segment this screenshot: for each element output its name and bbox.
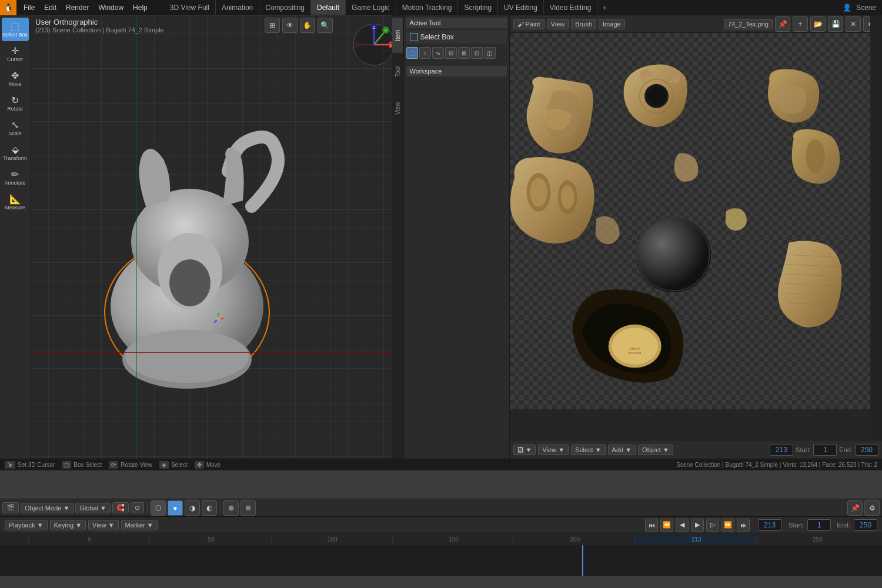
tab-motion-tracking[interactable]: Motion Tracking xyxy=(396,0,459,15)
step-back-btn[interactable]: ◀ xyxy=(676,519,689,532)
status-bar: 🖱 Set 3D Cursor ◻ Box Select ⟳ Rotate Vi… xyxy=(0,459,882,470)
uv-object-mode-btn[interactable]: 🖼 ▼ xyxy=(513,445,536,455)
uv-pin-icon[interactable]: 📌 xyxy=(847,500,863,516)
shading-wireframe[interactable]: ⬡ xyxy=(151,500,166,516)
side-tab-tool[interactable]: Tool xyxy=(392,54,403,89)
menu-edit[interactable]: Edit xyxy=(39,0,61,15)
uv-brush-btn[interactable]: Brush xyxy=(571,19,596,29)
ruler-50: 50 xyxy=(149,536,270,543)
menu-help[interactable]: Help xyxy=(128,0,152,15)
tab-uv-editing[interactable]: UV Editing xyxy=(498,0,544,15)
select-mode-extra3[interactable]: ⊡ xyxy=(471,47,483,59)
uv-frame-number[interactable]: 213 xyxy=(770,444,793,456)
svg-point-11 xyxy=(353,42,359,48)
tool-transform[interactable]: ⬙ Transform xyxy=(2,141,29,165)
uv-select-btn[interactable]: Select ▼ xyxy=(571,445,606,455)
uv-frame-controls: 213 Start: 1 End: 250 xyxy=(770,444,878,456)
uv-add-btn[interactable]: Add ▼ xyxy=(608,445,636,455)
menu-file[interactable]: File xyxy=(19,0,39,15)
select-mode-lasso[interactable]: ∿ xyxy=(432,47,444,59)
shading-rendered[interactable]: ◐ xyxy=(202,500,217,516)
side-tab-item[interactable]: Item xyxy=(392,18,403,53)
uv-content-area[interactable]: 1914-19 BUGATTI xyxy=(510,33,871,440)
tab-game-logic[interactable]: Game Logic xyxy=(346,0,396,15)
select-mode-extra1[interactable]: ⊟ xyxy=(445,47,457,59)
current-frame-display[interactable]: 213 xyxy=(758,519,781,531)
snapping-btn[interactable]: 🧲 xyxy=(112,502,129,513)
tool-measure[interactable]: 📐 Measure xyxy=(2,191,29,214)
viewport-icon-btn[interactable]: 🎬 xyxy=(2,502,19,513)
nav-search-btn[interactable]: 🔍 xyxy=(318,18,333,33)
tab-default[interactable]: Default xyxy=(311,0,346,15)
tool-cursor[interactable]: ✛ Cursor xyxy=(2,42,29,66)
tool-move[interactable]: ✥ Move xyxy=(2,67,29,91)
rotate-view-label: Rotate View xyxy=(121,462,152,468)
tab-video-editing[interactable]: Video Editing xyxy=(544,0,598,15)
uv-image-btn[interactable]: Image xyxy=(599,19,625,29)
uv-close-btn[interactable]: ✕ xyxy=(846,16,861,32)
jump-end-btn[interactable]: ⏭ xyxy=(737,519,750,532)
uv-settings-icon[interactable]: ⚙ xyxy=(864,500,880,516)
step-fwd-btn[interactable]: ▷ xyxy=(706,519,719,532)
select-mode-circle[interactable]: ○ xyxy=(419,47,431,59)
next-keyframe-btn[interactable]: ⏩ xyxy=(721,519,734,532)
proportional-btn[interactable]: ⊙ xyxy=(131,502,144,513)
prev-keyframe-btn[interactable]: ⏪ xyxy=(660,519,673,532)
overlay-btn[interactable]: ⊕ xyxy=(223,500,239,516)
scale-icon: ⤡ xyxy=(11,121,19,130)
timeline-view-dropdown[interactable]: View ▼ xyxy=(88,520,119,530)
orientation-gizmo[interactable]: X Y Z xyxy=(350,21,397,68)
uv-image-display: 1914-19 BUGATTI xyxy=(510,33,871,409)
play-btn[interactable]: ▶ xyxy=(691,519,704,532)
uv-image-name[interactable]: 74_2_Tex.png xyxy=(724,19,773,29)
jump-start-btn[interactable]: ⏮ xyxy=(645,519,658,532)
tab-compositing[interactable]: Compositing xyxy=(259,0,311,15)
select-mode-extra4[interactable]: ◫ xyxy=(484,47,496,59)
uv-paint-btn[interactable]: 🖌 Paint xyxy=(513,19,544,29)
active-tool-header[interactable]: Active Tool xyxy=(406,18,507,28)
nav-grid-btn[interactable]: ⊞ xyxy=(265,18,280,33)
tool-annotate[interactable]: ✏ Annotate xyxy=(2,166,29,189)
uv-new-btn[interactable]: + xyxy=(793,16,808,32)
gizmo-btn[interactable]: ⊗ xyxy=(240,500,256,516)
nav-perspective-btn[interactable]: 👁 xyxy=(282,18,298,33)
uv-view-btn[interactable]: View xyxy=(547,19,569,29)
tab-3d-view-full[interactable]: 3D View Full xyxy=(164,0,216,15)
object-mode-dropdown[interactable]: Object Mode ▼ xyxy=(21,503,74,513)
checker-background: 1914-19 BUGATTI xyxy=(510,33,871,409)
select-mode-box[interactable]: ⬚ xyxy=(406,47,418,59)
uv-end-frame[interactable]: 250 xyxy=(855,444,878,456)
tab-animation[interactable]: Animation xyxy=(216,0,259,15)
tool-select-box[interactable]: ⬚ Select Box xyxy=(2,18,29,41)
shading-solid[interactable]: ● xyxy=(168,500,183,516)
viewport-global-btn[interactable]: Global ▼ xyxy=(75,503,111,513)
uv-object-btn[interactable]: Object ▼ xyxy=(638,445,673,455)
shading-material[interactable]: ◑ xyxy=(185,500,200,516)
playback-dropdown[interactable]: Playback ▼ xyxy=(5,520,48,530)
tool-scale[interactable]: ⤡ Scale xyxy=(2,116,29,140)
uv-pin-btn[interactable]: 📌 xyxy=(775,16,790,32)
global-label: Global xyxy=(79,505,98,512)
menu-window[interactable]: Window xyxy=(93,0,128,15)
side-tab-view[interactable]: View xyxy=(392,91,403,126)
uv-start-frame[interactable]: 1 xyxy=(813,444,837,456)
tool-rotate[interactable]: ↻ Rotate xyxy=(2,92,29,115)
uv-start-label: Start: xyxy=(796,446,811,453)
uv-view-btn2[interactable]: View ▼ xyxy=(538,445,569,455)
marker-dropdown[interactable]: Marker ▼ xyxy=(121,520,158,530)
start-frame-display[interactable]: 1 xyxy=(807,519,831,531)
add-workspace-button[interactable]: + xyxy=(597,3,612,12)
uv-open-btn[interactable]: 📂 xyxy=(810,16,826,32)
keying-dropdown[interactable]: Keying ▼ xyxy=(50,520,86,530)
select-mode-extra2[interactable]: ⊠ xyxy=(458,47,470,59)
viewport-side-tabs: Item Tool View xyxy=(392,15,403,459)
nav-pan-btn[interactable]: ✋ xyxy=(300,18,315,33)
workspace-header[interactable]: Workspace xyxy=(406,66,507,76)
uv-save-btn[interactable]: 💾 xyxy=(828,16,843,32)
timeline-content[interactable] xyxy=(0,545,882,576)
collection-info-label: (213) Scene Collection | Bugatti 74_2 Si… xyxy=(35,26,164,34)
end-frame-display[interactable]: 250 xyxy=(854,519,877,531)
tab-scripting[interactable]: Scripting xyxy=(458,0,498,15)
menu-render[interactable]: Render xyxy=(61,0,93,15)
3d-viewport[interactable]: User Orthographic (213) Scene Collection… xyxy=(31,15,403,459)
